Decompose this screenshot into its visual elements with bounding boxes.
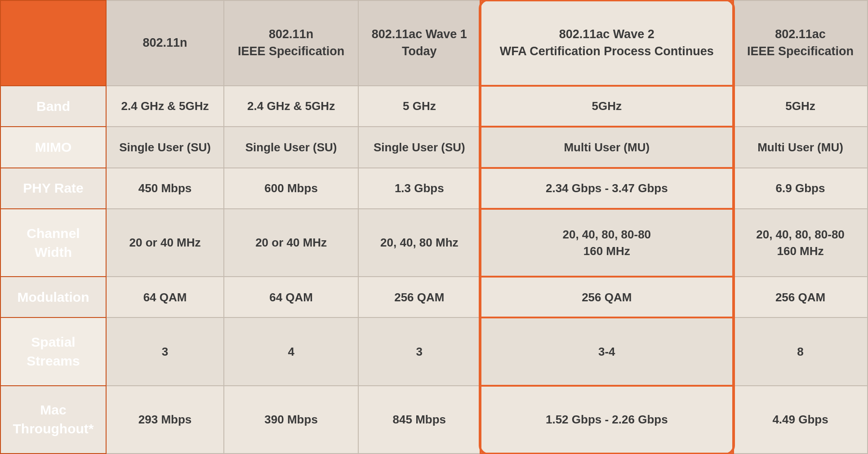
mac-throughout-cell-1: 390 Mbps: [224, 386, 358, 454]
header-label-1-2: IEEE Specification: [238, 44, 344, 58]
modulation-cell-3: 256 QAM: [481, 277, 734, 317]
modulation-cell-0: 64 QAM: [106, 277, 224, 317]
header-cell-2: 802.11ac Wave 1 Today: [358, 0, 480, 86]
phy-rate-cell-1: 600 Mbps: [224, 168, 358, 209]
band-label: Band: [0, 86, 106, 127]
header-cell-3: 802.11ac Wave 2 WFA Certification Proces…: [481, 0, 734, 86]
channel-width-cell-4: 20, 40, 80, 80-80 160 MHz: [733, 209, 868, 277]
mimo-cell-0: Single User (SU): [106, 127, 224, 167]
spatial-streams-cell-4: 8: [733, 317, 868, 385]
header-label-1-1: 802.11n: [269, 27, 313, 41]
modulation-label: Modulation: [0, 277, 106, 317]
spatial-streams-cell-3: 3-4: [481, 317, 734, 385]
mac-throughout-label: Mac Throughout*: [0, 386, 106, 454]
mimo-cell-1: Single User (SU): [224, 127, 358, 167]
channel-width-cell-1: 20 or 40 MHz: [224, 209, 358, 277]
header-label-2-2: Today: [402, 44, 437, 58]
spatial-streams-cell-1: 4: [224, 317, 358, 385]
corner-cell: [0, 0, 106, 86]
mimo-cell-4: Multi User (MU): [733, 127, 868, 167]
header-label-0: 802.11n: [143, 36, 187, 49]
header-cell-0: 802.11n: [106, 0, 224, 86]
header-cell-1: 802.11n IEEE Specification: [224, 0, 358, 86]
phy-rate-label: PHY Rate: [0, 168, 106, 209]
page-wrapper: 802.11n 802.11n IEEE Specification 802.1…: [0, 0, 868, 454]
band-cell-4: 5GHz: [733, 86, 868, 127]
modulation-cell-4: 256 QAM: [733, 277, 868, 317]
header-row: 802.11n 802.11n IEEE Specification 802.1…: [0, 0, 868, 86]
mac-throughout-row: Mac Throughout* 293 Mbps 390 Mbps 845 Mb…: [0, 386, 868, 454]
spatial-streams-cell-2: 3: [358, 317, 480, 385]
comparison-table: 802.11n 802.11n IEEE Specification 802.1…: [0, 0, 868, 454]
header-label-4-2: IEEE Specification: [747, 44, 854, 58]
mimo-label: MIMO: [0, 127, 106, 167]
modulation-cell-2: 256 QAM: [358, 277, 480, 317]
channel-width-cell-2: 20, 40, 80 Mhz: [358, 209, 480, 277]
phy-rate-cell-4: 6.9 Gbps: [733, 168, 868, 209]
mac-throughout-cell-3: 1.52 Gbps - 2.26 Gbps: [481, 386, 734, 454]
mimo-cell-2: Single User (SU): [358, 127, 480, 167]
phy-rate-row: PHY Rate 450 Mbps 600 Mbps 1.3 Gbps 2.34…: [0, 168, 868, 209]
band-cell-0: 2.4 GHz & 5GHz: [106, 86, 224, 127]
modulation-cell-1: 64 QAM: [224, 277, 358, 317]
band-cell-2: 5 GHz: [358, 86, 480, 127]
mac-throughout-cell-0: 293 Mbps: [106, 386, 224, 454]
header-label-3-2: WFA Certification Process Continues: [500, 44, 714, 58]
channel-width-row: Channel Width 20 or 40 MHz 20 or 40 MHz …: [0, 209, 868, 277]
phy-rate-cell-0: 450 Mbps: [106, 168, 224, 209]
phy-rate-cell-2: 1.3 Gbps: [358, 168, 480, 209]
mimo-cell-3: Multi User (MU): [481, 127, 734, 167]
header-cell-4: 802.11ac IEEE Specification: [733, 0, 868, 86]
header-label-3-1: 802.11ac Wave 2: [559, 27, 654, 41]
phy-rate-cell-3: 2.34 Gbps - 3.47 Gbps: [481, 168, 734, 209]
mac-throughout-cell-4: 4.49 Gbps: [733, 386, 868, 454]
channel-width-cell-3: 20, 40, 80, 80-80 160 MHz: [481, 209, 734, 277]
band-cell-3: 5GHz: [481, 86, 734, 127]
mimo-row: MIMO Single User (SU) Single User (SU) S…: [0, 127, 868, 167]
modulation-row: Modulation 64 QAM 64 QAM 256 QAM 256 QAM…: [0, 277, 868, 317]
channel-width-label: Channel Width: [0, 209, 106, 277]
mac-throughout-cell-2: 845 Mbps: [358, 386, 480, 454]
spatial-streams-row: Spatial Streams 3 4 3 3-4 8: [0, 317, 868, 385]
spatial-streams-cell-0: 3: [106, 317, 224, 385]
header-label-4-1: 802.11ac: [775, 27, 826, 41]
band-row: Band 2.4 GHz & 5GHz 2.4 GHz & 5GHz 5 GHz…: [0, 86, 868, 127]
spatial-streams-label: Spatial Streams: [0, 317, 106, 385]
header-label-2-1: 802.11ac Wave 1: [372, 27, 467, 41]
channel-width-cell-0: 20 or 40 MHz: [106, 209, 224, 277]
band-cell-1: 2.4 GHz & 5GHz: [224, 86, 358, 127]
